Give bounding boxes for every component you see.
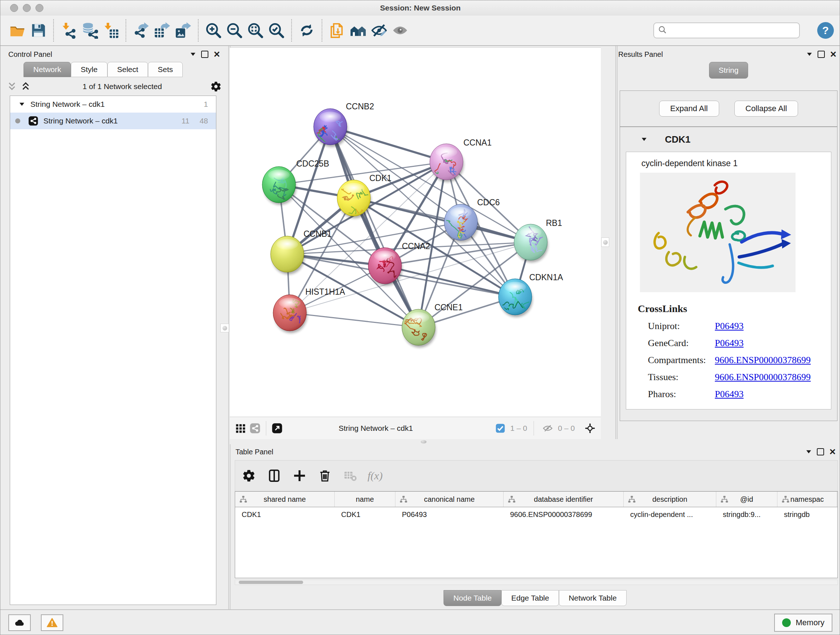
delete-table-icon[interactable]: [342, 468, 358, 484]
table-row[interactable]: CDK1CDK1P064939606.ENSP00000378699cyclin…: [235, 507, 837, 522]
export-network-icon[interactable]: [131, 19, 152, 42]
duplicate-session-icon[interactable]: [327, 19, 347, 42]
crosslink-link[interactable]: 9606.ENSP00000378699: [715, 372, 811, 383]
tab-style[interactable]: Style: [71, 62, 107, 77]
crosslink-link[interactable]: P06493: [715, 321, 744, 332]
search-box[interactable]: [653, 22, 800, 38]
network-collection-row[interactable]: String Network – cdk1 1: [10, 96, 216, 112]
zoom-out-icon[interactable]: [224, 19, 245, 42]
node-CCNB2[interactable]: [314, 109, 347, 147]
tab-network-table[interactable]: Network Table: [559, 590, 627, 606]
column-header-name[interactable]: name: [335, 492, 395, 507]
network-row-selected[interactable]: String Network – cdk1 11 48: [10, 112, 216, 129]
help-icon[interactable]: ?: [817, 22, 834, 39]
panel-float-icon[interactable]: [201, 51, 208, 58]
panel-close-icon[interactable]: ✕: [829, 449, 836, 455]
left-splitter-handle[interactable]: [220, 324, 229, 333]
edge-CDK1-RB1[interactable]: [354, 198, 531, 242]
zoom-selected-icon[interactable]: [266, 19, 287, 42]
node-RB1[interactable]: [514, 224, 548, 263]
panel-float-icon[interactable]: [817, 448, 824, 455]
show-images-icon[interactable]: [390, 19, 411, 42]
tab-string[interactable]: String: [709, 62, 748, 79]
warning-icon[interactable]: [41, 614, 63, 631]
crosslink-link[interactable]: P06493: [715, 338, 744, 348]
column-header-namespac[interactable]: namespac: [777, 492, 837, 507]
protein-section-header[interactable]: CDK1: [620, 127, 837, 152]
hide-style-icon[interactable]: [369, 19, 390, 42]
gear-icon[interactable]: [241, 468, 257, 484]
node-CCNE1[interactable]: [398, 309, 436, 348]
tab-node-table[interactable]: Node Table: [444, 590, 501, 606]
apply-layout-icon[interactable]: [296, 19, 317, 42]
node-label-CCNE1: CCNE1: [434, 302, 463, 312]
table-cell[interactable]: P06493: [395, 507, 504, 522]
column-header-shared-name[interactable]: shared name: [235, 492, 335, 507]
memory-button[interactable]: Memory: [774, 614, 832, 632]
column-header-id[interactable]: @id: [716, 492, 777, 507]
add-column-icon[interactable]: [292, 468, 308, 484]
import-database-icon[interactable]: [79, 19, 100, 42]
table-cell[interactable]: 9606.ENSP00000378699: [504, 507, 624, 522]
panel-close-icon[interactable]: ✕: [213, 51, 220, 57]
crosslink-link[interactable]: 9606.ENSP00000378699: [715, 355, 811, 366]
cloud-icon[interactable]: [8, 614, 31, 631]
panel-menu-icon[interactable]: [806, 52, 813, 57]
selected-checkbox-icon[interactable]: [493, 421, 508, 435]
export-image-icon[interactable]: [172, 19, 194, 42]
detach-view-icon[interactable]: [270, 421, 284, 435]
grid-view-icon[interactable]: [233, 421, 248, 435]
tab-edge-table[interactable]: Edge Table: [501, 590, 559, 606]
column-header-canonical-name[interactable]: canonical name: [395, 492, 504, 507]
panel-close-icon[interactable]: ✕: [830, 51, 837, 57]
table-cell[interactable]: CDK1: [235, 507, 335, 522]
open-session-icon[interactable]: [7, 19, 28, 42]
function-builder-icon[interactable]: f(x): [368, 470, 383, 482]
node-CCNA2[interactable]: [368, 248, 402, 286]
node-HIST1H1A[interactable]: [273, 295, 307, 333]
collapse-section-icon[interactable]: [641, 137, 648, 141]
panel-menu-icon[interactable]: [190, 52, 196, 57]
scrollbar-thumb[interactable]: [239, 581, 303, 584]
node-CCNB1[interactable]: [271, 236, 305, 274]
network-canvas[interactable]: CCNB2CCNA1CDC25BCDK1CDC6RB1CCNB1CCNA2CDK…: [230, 48, 601, 417]
import-network-icon[interactable]: [58, 19, 79, 42]
right-splitter-handle[interactable]: [601, 238, 609, 247]
tab-select[interactable]: Select: [107, 62, 148, 77]
collapse-all-networks-icon[interactable]: [7, 81, 18, 92]
export-table-icon[interactable]: [152, 19, 172, 42]
node-CDC25B[interactable]: [262, 166, 296, 205]
zoom-in-icon[interactable]: [203, 19, 224, 42]
table-horizontal-scrollbar[interactable]: [235, 580, 838, 585]
tab-sets[interactable]: Sets: [148, 62, 183, 77]
results-panel: Results Panel ✕ String Expand All Collap…: [617, 46, 840, 439]
table-cell[interactable]: stringdb:9...: [716, 507, 777, 522]
node-CDKN1A[interactable]: [499, 279, 533, 317]
collapse-all-button[interactable]: Collapse All: [734, 101, 798, 117]
delete-column-icon[interactable]: [317, 468, 333, 484]
network-options-gear-icon[interactable]: [210, 81, 222, 92]
import-table-icon[interactable]: [100, 19, 121, 42]
edge-HIST1H1A-CCNE1[interactable]: [290, 313, 418, 327]
split-columns-icon[interactable]: [266, 468, 282, 484]
expand-all-button[interactable]: Expand All: [659, 101, 719, 117]
table-cell[interactable]: cyclin-dependent ...: [624, 507, 716, 522]
crosslink-link[interactable]: P06493: [715, 389, 744, 400]
string-home-icon[interactable]: [347, 19, 369, 42]
collapse-collection-icon[interactable]: [19, 102, 26, 106]
birds-eye-view-icon[interactable]: [583, 421, 597, 435]
table-cell[interactable]: stringdb: [777, 507, 837, 522]
zoom-fit-icon[interactable]: [245, 19, 266, 42]
edge-CCNB2-CCNA1[interactable]: [330, 127, 447, 162]
table-cell[interactable]: CDK1: [335, 507, 395, 522]
expand-all-networks-icon[interactable]: [21, 81, 32, 92]
panel-float-icon[interactable]: [818, 51, 825, 58]
search-input[interactable]: [670, 26, 796, 35]
horizontal-splitter[interactable]: [230, 439, 840, 444]
column-header-description[interactable]: description: [624, 492, 716, 507]
tab-network[interactable]: Network: [24, 62, 71, 77]
network-share-icon[interactable]: [248, 421, 262, 435]
save-session-icon[interactable]: [28, 19, 49, 42]
panel-menu-icon[interactable]: [806, 450, 812, 454]
column-header-database-identifier[interactable]: database identifier: [504, 492, 624, 507]
